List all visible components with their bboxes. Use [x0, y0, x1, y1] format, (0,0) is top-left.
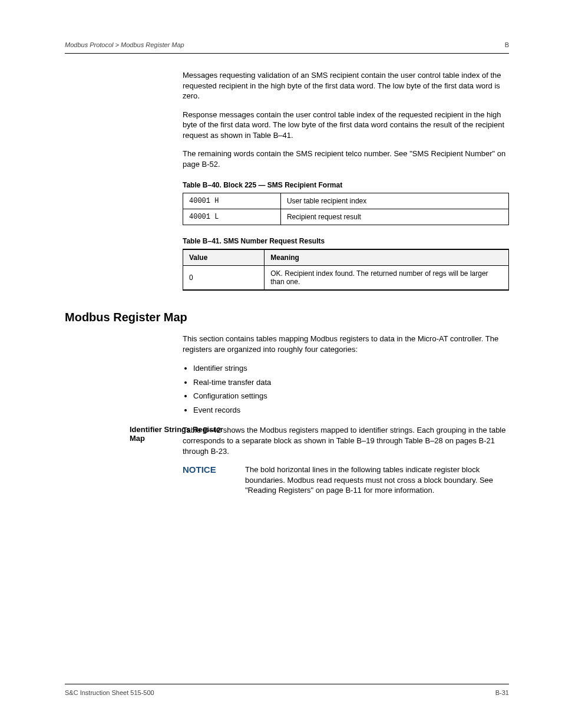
cell-register: 40001 L	[183, 209, 281, 225]
header-page-label: B	[505, 41, 509, 48]
notice-label: NOTICE	[183, 465, 216, 475]
list-item: Event records	[193, 404, 509, 416]
table-caption-40: Table B–40. Block 225 — SMS Recipient Fo…	[183, 181, 509, 189]
footer-page-number: B-31	[495, 689, 509, 696]
page-header: Modbus Protocol > Modbus Register Map B	[65, 41, 509, 54]
cell-register: 40001 H	[183, 193, 281, 209]
section-intro: This section contains tables mapping Mod…	[183, 334, 509, 354]
table-block-225: 40001 H User table recipient index 40001…	[183, 193, 509, 225]
table-caption-41: Table B–41. SMS Number Request Results	[183, 237, 509, 245]
table-row: 40001 H User table recipient index	[183, 193, 509, 209]
cell-desc: Recipient request result	[280, 209, 508, 225]
cell-desc: User table recipient index	[280, 193, 508, 209]
header-section-path: Modbus Protocol > Modbus Register Map	[65, 41, 184, 48]
notice-block: NOTICE The bold horizontal lines in the …	[183, 465, 509, 496]
table-header-row: Value Meaning	[183, 249, 509, 266]
category-list: Identifier strings Real-time transfer da…	[183, 363, 509, 416]
cell-value: 0	[183, 266, 265, 291]
list-item: Real-time transfer data	[193, 377, 509, 388]
footer-doc-id: S&C Instruction Sheet 515-500	[65, 689, 154, 696]
list-item: Configuration settings	[193, 390, 509, 402]
table-sms-results: Value Meaning 0 OK. Recipient index foun…	[183, 249, 509, 291]
sub-heading-id-strings: Identifier Strings Register Map	[130, 425, 239, 443]
intro-para-3: The remaining words contain the SMS reci…	[183, 149, 509, 169]
table-row: 40001 L Recipient request result	[183, 209, 509, 225]
intro-para-1: Messages requesting validation of an SMS…	[183, 70, 509, 101]
list-item: Identifier strings	[193, 363, 509, 374]
col-header-meaning: Meaning	[265, 249, 509, 266]
col-header-value: Value	[183, 249, 265, 266]
section-title: Modbus Register Map	[65, 311, 509, 324]
notice-text: The bold horizontal lines in the followi…	[245, 465, 509, 496]
table-row: 0 OK. Recipient index found. The returne…	[183, 266, 509, 291]
intro-para-2: Response messages contain the user contr…	[183, 110, 509, 141]
page-footer: S&C Instruction Sheet 515-500 B-31	[65, 684, 509, 696]
cell-meaning: OK. Recipient index found. The returned …	[265, 266, 509, 291]
